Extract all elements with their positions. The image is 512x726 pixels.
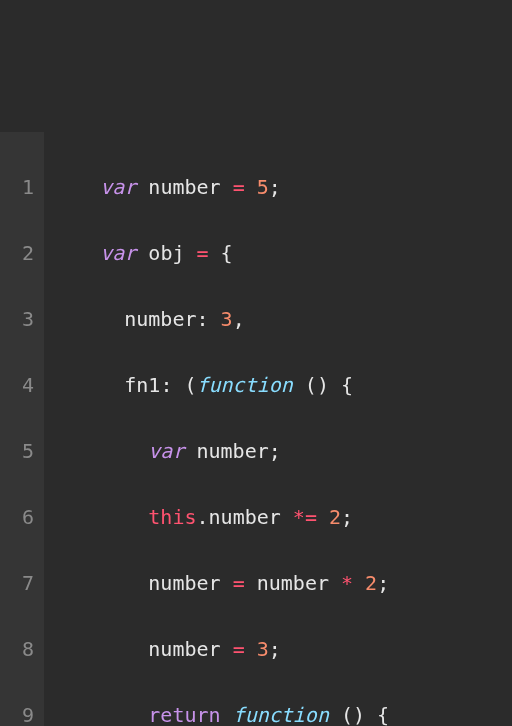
keyword-var: var	[100, 241, 136, 265]
operator: *=	[293, 505, 317, 529]
line-number-gutter: 1 2 3 4 5 6 7 8 9 10 11 12 13 14 15 16 1…	[0, 132, 44, 726]
property: number	[124, 307, 196, 331]
property: fn1	[124, 373, 160, 397]
line-number: 7	[6, 567, 34, 600]
keyword-this: this	[148, 505, 196, 529]
operator: *	[341, 571, 353, 595]
code-line: var obj = {	[52, 237, 437, 270]
identifier: number	[148, 175, 220, 199]
code-editor: 1 2 3 4 5 6 7 8 9 10 11 12 13 14 15 16 1…	[0, 132, 512, 726]
line-number: 8	[6, 633, 34, 666]
identifier: number	[197, 439, 269, 463]
code-line: number = 3;	[52, 633, 437, 666]
identifier: number	[148, 571, 220, 595]
line-number: 3	[6, 303, 34, 336]
number-literal: 3	[257, 637, 269, 661]
keyword-function: function	[197, 373, 293, 397]
code-line: var number;	[52, 435, 437, 468]
code-line: number = number * 2;	[52, 567, 437, 600]
line-number: 1	[6, 171, 34, 204]
code-line: this.number *= 2;	[52, 501, 437, 534]
line-number: 5	[6, 435, 34, 468]
property: number	[209, 505, 281, 529]
keyword-var: var	[148, 439, 184, 463]
code-line: number: 3,	[52, 303, 437, 336]
number-literal: 2	[365, 571, 377, 595]
number-literal: 2	[329, 505, 341, 529]
keyword-var: var	[100, 175, 136, 199]
operator: =	[233, 571, 245, 595]
code-line: fn1: (function () {	[52, 369, 437, 402]
number-literal: 3	[221, 307, 233, 331]
keyword-return: return	[148, 703, 220, 726]
line-number: 2	[6, 237, 34, 270]
identifier: number	[148, 637, 220, 661]
operator: =	[233, 637, 245, 661]
operator: =	[184, 241, 220, 265]
code-line: var number = 5;	[52, 171, 437, 204]
line-number: 9	[6, 699, 34, 726]
line-number: 6	[6, 501, 34, 534]
keyword-function: function	[233, 703, 329, 726]
identifier: obj	[148, 241, 184, 265]
operator: =	[221, 175, 257, 199]
number-literal: 5	[257, 175, 269, 199]
line-number: 4	[6, 369, 34, 402]
code-area: var number = 5; var obj = { number: 3, f…	[44, 132, 437, 726]
code-line: return function () {	[52, 699, 437, 726]
